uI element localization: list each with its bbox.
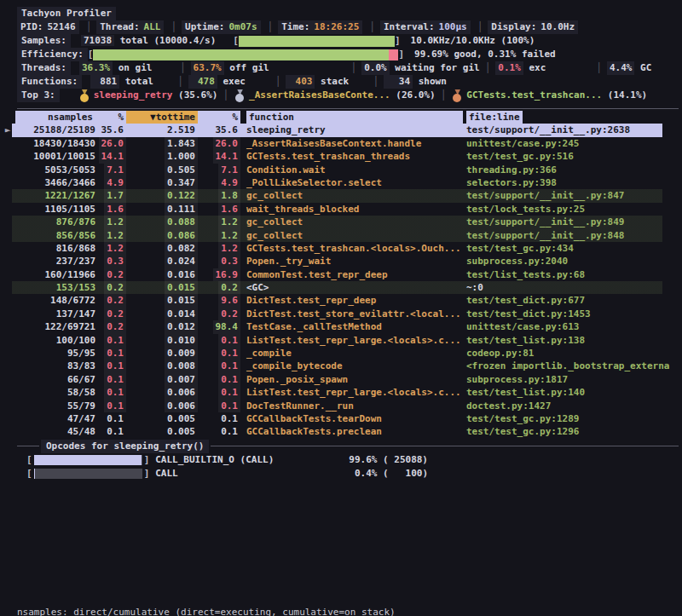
cell-function: gc_collect — [240, 229, 464, 242]
samples-label: Samples: — [17, 34, 71, 48]
field-label: Thread: — [100, 20, 139, 34]
field-value: 52146 — [48, 20, 76, 34]
percent-value: 26.0 — [213, 137, 241, 150]
functions-label: Functions: — [17, 75, 82, 89]
percent-value: 1.8 — [218, 189, 240, 202]
opcode-bar-open-bracket: [ — [26, 453, 32, 467]
percent-value: 16.9 — [213, 268, 241, 281]
percent-value: 7.1 — [218, 164, 240, 176]
separator: │ — [217, 89, 234, 102]
cell-percent-direct: 0.1 — [95, 360, 126, 372]
table-row[interactable]: 237/2370.30.0240.3Popen._try_waitsubproc… — [0, 255, 682, 268]
cell-nsamples: 137/147 — [15, 308, 95, 320]
efficiency-bar — [93, 49, 398, 60]
percent-value: 0.1 — [104, 386, 126, 399]
table-row[interactable]: 5053/50537.10.5057.1Condition.waitthread… — [0, 164, 682, 176]
percent-value: 0.1 — [218, 373, 240, 386]
cell-file-line: test/test_gc.py:1289 — [464, 412, 682, 425]
cell-percent-direct: 0.1 — [95, 347, 126, 360]
table-row[interactable]: 66/670.10.0070.1Popen._posix_spawnsubpro… — [0, 373, 682, 386]
cell-nsamples: 83/83 — [15, 360, 95, 372]
opcode-percent-count: 0.4% ( 100) — [355, 467, 428, 481]
function-value: 881 — [90, 75, 119, 89]
cell-tottime: 1.843 — [126, 137, 198, 150]
cell-percent-cumulative: 1.2 — [198, 229, 240, 242]
opcode-bar-row: []CALL0.4% ( 100) — [0, 467, 682, 481]
function-stat: 881 total — [90, 75, 172, 89]
tottime-value: 0.086 — [165, 229, 198, 242]
percent-value: 0.1 — [218, 412, 240, 425]
column-nsamples[interactable]: nsamples — [15, 111, 95, 124]
percent-value: 1.2 — [218, 229, 240, 242]
cell-percent-direct: 1.2 — [95, 229, 126, 242]
table-row[interactable]: 1105/11051.60.1111.6wait_threads_blocked… — [0, 203, 682, 216]
table-row[interactable]: 122/697210.20.01298.4TestCase._callTestM… — [0, 320, 682, 333]
cell-file-line: test/test_dict.py:677 — [464, 294, 682, 307]
cell-percent-direct: 0.3 — [95, 255, 126, 268]
column-file-line[interactable]: file:line — [464, 111, 682, 124]
percent-value: 0.2 — [104, 268, 126, 281]
tottime-value: 2.519 — [165, 124, 198, 136]
table-row[interactable]: 58/580.10.0060.1ListTest.test_repr_large… — [0, 386, 682, 399]
table-row[interactable]: 18430/1843026.01.84326.0_AssertRaisesBas… — [0, 137, 682, 150]
session-info-row: PID:52146│Thread:ALL│Uptime:0m07s│Time:1… — [17, 20, 682, 34]
opcode-usage-bar — [34, 455, 142, 465]
efficiency-summary: 99.69% good, 0.31% failed — [414, 48, 556, 61]
thread-unit: exc — [523, 61, 546, 75]
column-tottime-sorted[interactable]: ▼tottime — [126, 111, 198, 124]
cell-tottime: 0.008 — [126, 360, 198, 372]
table-header: nsamples % ▼tottime % function file:line — [0, 111, 682, 124]
cell-tottime: 0.122 — [126, 189, 198, 202]
thread-unit: GC — [634, 61, 651, 75]
table-row[interactable]: 10001/1001514.11.00014.1GCTests.test_tra… — [0, 150, 682, 163]
table-row[interactable]: 876/8761.20.0881.2gc_collecttest/support… — [0, 216, 682, 228]
percent-value: 0.2 — [218, 281, 240, 294]
table-row[interactable]: 3466/34664.90.3474.9_PollLikeSelector.se… — [0, 176, 682, 189]
table-row[interactable]: 45/480.10.0050.1GCCallbackTests.preclean… — [0, 425, 682, 438]
table-row[interactable]: 160/119660.20.01616.9CommonTest.test_rep… — [0, 268, 682, 281]
percent-value: 0.2 — [104, 308, 126, 320]
cell-function: _compile — [240, 347, 464, 360]
cell-nsamples: 153/153 — [15, 281, 95, 294]
percent-value: 0.1 — [104, 347, 126, 360]
table-row[interactable]: 95/950.10.0090.1_compilecodeop.py:81 — [0, 347, 682, 360]
percent-value: 1.6 — [218, 203, 240, 216]
tottime-value: 0.014 — [165, 308, 198, 320]
cell-tottime: 0.010 — [126, 334, 198, 347]
cell-function: GCTests.test_trashcan.<locals>.Ouch... — [240, 242, 464, 255]
efficiency-bar-open-bracket: [ — [88, 48, 94, 61]
table-row[interactable]: 856/8561.20.0861.2gc_collecttest/support… — [0, 229, 682, 242]
divider-dash-left — [17, 446, 39, 446]
column-function[interactable]: function — [240, 111, 464, 124]
table-row[interactable]: 137/1470.20.0140.2DictTest.test_store_ev… — [0, 308, 682, 320]
table-row[interactable]: 153/1530.20.0150.2<GC>~:0 — [0, 281, 682, 294]
percent-value: 0.2 — [104, 281, 126, 294]
table-row[interactable]: 100/1000.10.0100.1ListTest.test_repr_lar… — [0, 334, 682, 347]
percent-value: 0.1 — [218, 334, 240, 347]
separator: │ — [165, 20, 182, 34]
column-percent-cumulative[interactable]: % — [198, 111, 240, 124]
table-row[interactable]: 83/830.10.0080.1_compile_bytecode<frozen… — [0, 360, 682, 372]
column-percent-direct[interactable]: % — [95, 111, 126, 124]
separator: │ — [263, 20, 279, 34]
cell-percent-cumulative: 1.6 — [198, 203, 240, 216]
cell-percent-cumulative: 0.1 — [198, 360, 240, 372]
table-row[interactable]: ►25188/2518935.62.51935.6sleeping_retryt… — [0, 124, 682, 136]
cell-tottime: 0.086 — [126, 229, 198, 242]
table-row[interactable]: 816/8681.20.0821.2GCTests.test_trashcan.… — [0, 242, 682, 255]
tottime-value: 0.015 — [165, 294, 198, 307]
table-row[interactable]: 47/470.10.0050.1GCCallbackTests.tearDown… — [0, 412, 682, 425]
table-row[interactable]: 148/67720.20.0159.6DictTest.test_repr_de… — [0, 294, 682, 307]
opcode-bar-row: []CALL_BUILTIN_O (CALL)99.6% ( 25088) — [0, 453, 682, 467]
cell-nsamples: 100/100 — [15, 334, 95, 347]
separator: │ — [436, 89, 452, 102]
function-unit: exec — [217, 75, 246, 89]
table-row[interactable]: 1221/12671.70.1221.8gc_collecttest/suppo… — [0, 189, 682, 202]
cell-nsamples: 876/876 — [15, 216, 95, 228]
table-row[interactable]: 55/790.10.0060.1DocTestRunner.__rundocte… — [0, 400, 682, 412]
cell-tottime: 0.009 — [126, 347, 198, 360]
cell-percent-cumulative: 0.2 — [198, 281, 240, 294]
medal-rank1-icon — [80, 89, 89, 102]
tachyon-profiler-window: Tachyon Profiler PID:52146│Thread:ALL│Up… — [0, 0, 682, 616]
cell-function: gc_collect — [240, 216, 464, 228]
